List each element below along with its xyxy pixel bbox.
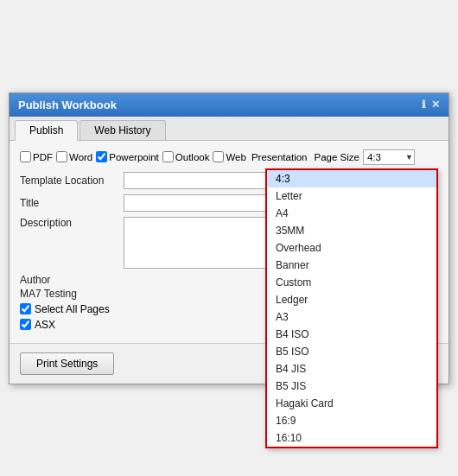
pdf-label: PDF xyxy=(33,152,53,162)
format-word: Word xyxy=(56,151,92,162)
dropdown-item-b5-jis[interactable]: B5 JIS xyxy=(267,378,436,395)
title-bar: Publish Workbook ℹ ✕ xyxy=(10,93,448,117)
dropdown-item-4-3[interactable]: 4:3 xyxy=(267,170,436,187)
page-size-dropdown: 4:3 Letter A4 35MM Overhead Banner Custo… xyxy=(265,168,438,448)
page-size-group: Page Size 4:3 ▼ xyxy=(315,149,415,165)
dropdown-item-a4[interactable]: A4 xyxy=(267,205,436,222)
asx-checkbox[interactable] xyxy=(20,319,31,330)
print-settings-button[interactable]: Print Settings xyxy=(20,352,114,375)
info-icon[interactable]: ℹ xyxy=(422,98,426,111)
close-icon[interactable]: ✕ xyxy=(431,98,440,111)
presentation-label: Presentation xyxy=(251,152,308,162)
format-pdf: PDF xyxy=(20,151,53,162)
dropdown-item-ledger[interactable]: Ledger xyxy=(267,291,436,308)
pdf-checkbox[interactable] xyxy=(20,151,31,162)
dialog-title: Publish Workbook xyxy=(18,98,117,111)
dropdown-item-16-9[interactable]: 16:9 xyxy=(267,412,436,429)
powerpoint-label: Powerpoint xyxy=(109,152,159,162)
outlook-checkbox[interactable] xyxy=(162,151,174,162)
title-bar-actions: ℹ ✕ xyxy=(422,98,440,111)
dropdown-item-custom[interactable]: Custom xyxy=(267,274,436,291)
web-label: Web xyxy=(226,152,245,162)
format-powerpoint: Powerpoint xyxy=(96,151,159,162)
select-all-pages-label: Select All Pages xyxy=(35,303,110,315)
dropdown-item-hagaki-card[interactable]: Hagaki Card xyxy=(267,395,436,412)
tab-publish[interactable]: Publish xyxy=(15,120,78,141)
tab-bar: Publish Web History xyxy=(10,117,448,141)
dialog-content: PDF Word Powerpoint Outlook Web Presenta… xyxy=(10,141,448,343)
format-outlook: Outlook xyxy=(162,151,210,162)
dropdown-item-35mm[interactable]: 35MM xyxy=(267,222,436,239)
page-size-label: Page Size xyxy=(315,152,359,162)
title-label: Title xyxy=(20,197,124,209)
dropdown-item-16-10[interactable]: 16:10 xyxy=(267,429,436,447)
word-checkbox[interactable] xyxy=(56,151,67,162)
template-location-label: Template Location xyxy=(20,175,124,187)
format-web: Web xyxy=(213,151,245,162)
word-label: Word xyxy=(69,152,92,162)
powerpoint-checkbox[interactable] xyxy=(96,151,107,162)
web-checkbox[interactable] xyxy=(213,151,224,162)
page-size-select[interactable]: 4:3 xyxy=(363,149,415,165)
description-label: Description xyxy=(20,217,124,229)
publish-workbook-dialog: Publish Workbook ℹ ✕ Publish Web History… xyxy=(9,92,449,384)
outlook-label: Outlook xyxy=(175,152,210,162)
dropdown-item-b4-jis[interactable]: B4 JIS xyxy=(267,360,436,378)
tab-web-history[interactable]: Web History xyxy=(80,120,165,140)
dropdown-item-banner[interactable]: Banner xyxy=(267,257,436,274)
select-all-pages-checkbox[interactable] xyxy=(20,303,31,314)
dropdown-item-b5-iso[interactable]: B5 ISO xyxy=(267,343,436,360)
asx-label: ASX xyxy=(35,319,55,331)
dropdown-item-a3[interactable]: A3 xyxy=(267,308,436,326)
dropdown-item-b4-iso[interactable]: B4 ISO xyxy=(267,326,436,343)
page-size-select-wrapper: 4:3 ▼ xyxy=(363,149,415,165)
dropdown-item-letter[interactable]: Letter xyxy=(267,187,436,205)
dropdown-item-overhead[interactable]: Overhead xyxy=(267,239,436,257)
format-options-row: PDF Word Powerpoint Outlook Web Presenta… xyxy=(20,149,438,165)
